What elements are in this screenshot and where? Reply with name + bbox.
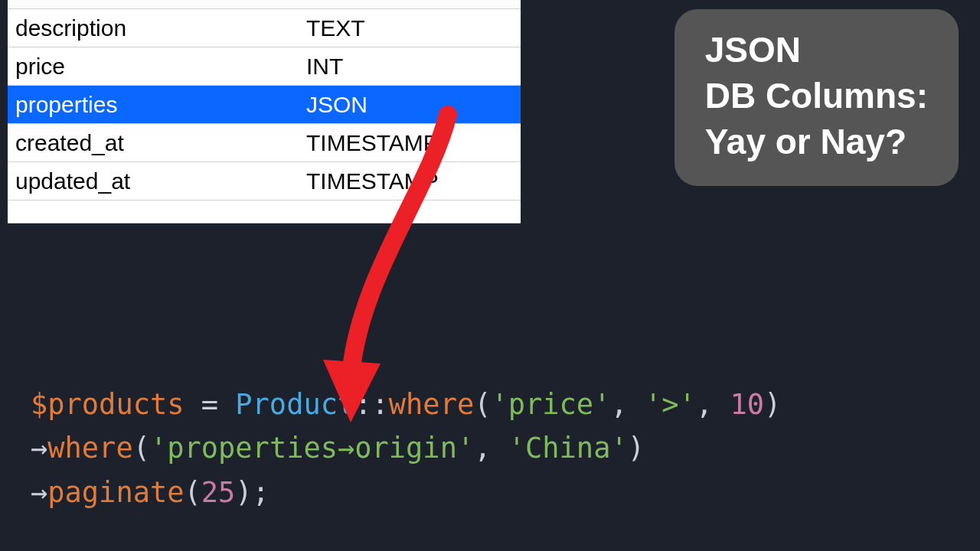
- code-line: →paginate(25);: [31, 471, 781, 514]
- column-name: created_at: [8, 124, 299, 161]
- column-name: price: [8, 47, 299, 85]
- code-arrow: →: [31, 476, 47, 509]
- title-card: JSON DB Columns: Yay or Nay?: [675, 9, 959, 186]
- table-row[interactable]: updated_at TIMESTAMP: [8, 162, 521, 201]
- code-paren: (: [185, 476, 201, 509]
- code-paren: (: [474, 388, 491, 421]
- code-paren: ): [628, 432, 645, 465]
- code-number: 25: [201, 476, 236, 509]
- title-line: JSON: [705, 28, 928, 73]
- code-string: '>': [645, 388, 696, 421]
- column-type: JSON: [299, 86, 521, 123]
- code-line: →where('properties→origin', 'China'): [31, 426, 781, 470]
- code-operator: =: [184, 388, 235, 421]
- title-line: DB Columns:: [705, 73, 928, 119]
- code-scope-op: ::: [354, 388, 389, 421]
- column-name: properties: [8, 86, 299, 123]
- code-comma: ,: [610, 388, 645, 421]
- code-string: 'China': [508, 432, 628, 465]
- code-paren: (: [133, 432, 150, 465]
- schema-header-spacer: [8, 0, 521, 9]
- code-method: where: [47, 432, 132, 465]
- code-paren: ): [764, 388, 781, 421]
- schema-footer-spacer: [8, 201, 521, 223]
- code-method: where: [389, 388, 474, 421]
- code-method: paginate: [47, 476, 184, 509]
- code-string: 'properties→origin': [150, 432, 474, 465]
- table-row[interactable]: created_at TIMESTAMP: [8, 124, 521, 162]
- code-class: Product: [235, 388, 354, 421]
- code-block: $products = Product::where('price', '>',…: [31, 383, 781, 514]
- column-type: TEXT: [299, 9, 521, 47]
- column-name: description: [8, 9, 299, 47]
- code-comma: ,: [696, 388, 730, 421]
- column-name: updated_at: [8, 162, 299, 200]
- code-comma: ,: [474, 432, 508, 465]
- code-string: 'price': [491, 388, 610, 421]
- table-row[interactable]: price INT: [8, 47, 521, 86]
- column-type: INT: [299, 47, 521, 85]
- code-variable: $products: [31, 388, 184, 421]
- column-type: TIMESTAMP: [299, 162, 521, 200]
- table-row[interactable]: description TEXT: [8, 9, 521, 47]
- code-line: $products = Product::where('price', '>',…: [31, 383, 781, 426]
- code-arrow: →: [31, 432, 47, 465]
- code-number: 10: [730, 388, 764, 421]
- table-row-selected[interactable]: properties JSON: [8, 86, 521, 124]
- column-type: TIMESTAMP: [299, 124, 521, 161]
- schema-table: description TEXT price INT properties JS…: [8, 0, 521, 223]
- title-line: Yay or Nay?: [705, 119, 928, 165]
- code-paren: );: [235, 476, 270, 509]
